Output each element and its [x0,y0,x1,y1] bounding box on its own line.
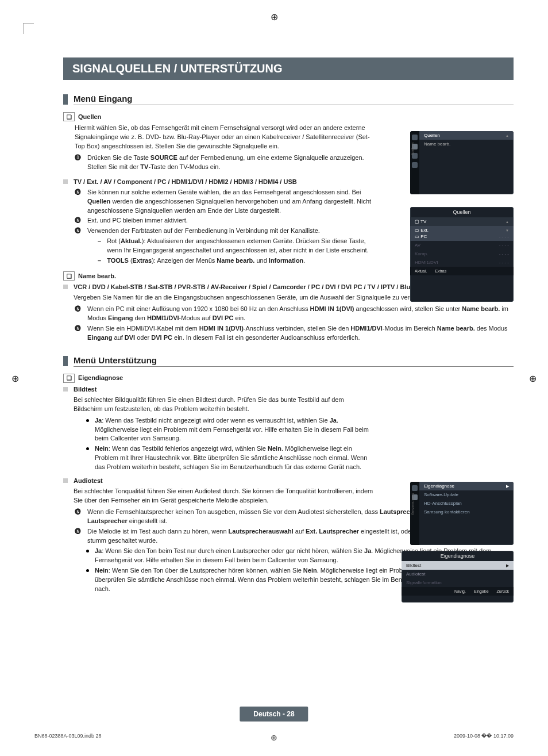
note-row: 🅝 Wenn Sie ein HDMI/DVI-Kabel mit dem HD… [75,324,514,343]
label: Bildtest [74,385,97,394]
osd-footer-btn: Aktual. [415,269,427,273]
note-text: Ext. und PC bleiben immer aktiviert. [87,216,188,225]
osd-item: ▢ TV [410,217,514,226]
square-bullet-icon [63,387,68,392]
osd-footer-btn: Eingabe [474,589,489,593]
osd-item: Komp.- - - - [410,250,514,258]
osd-item: HDMI1/DVI- - - - [410,258,514,267]
option-row: Nein: Wenn das Testbild fehlerlos angeze… [86,444,373,472]
paragraph: Hiermit wählen Sie, ob das Fernsehgerät … [75,124,373,151]
note-row: 🅝 Verwenden der Farbtasten auf der Fernb… [75,227,373,236]
osd-item: Bildtest▶ [402,561,514,570]
sub-text: TOOLS (Extras): Anzeigen der Menüs Name … [107,256,305,266]
square-bullet-icon [63,478,68,483]
section-heading: Menü Eingang [63,94,514,105]
option-text: Nein: Wenn das Testbild fehlerlos angeze… [95,444,373,472]
note-text: Wenn ein PC mit einer Auflösung von 1920… [87,305,514,323]
osd-item: Name bearb. [419,140,514,148]
subhead-label: TV / Ext. / AV / Component / PC / HDMI1/… [74,178,297,187]
dot-icon [86,419,89,422]
osd-list: Unterstützung Eigendiagnose▶ Software-Up… [419,482,514,516]
registration-mark-left: ⊕ [11,373,19,383]
osd-item: Quellen [419,131,514,140]
print-timestamp: 2009-10-08 �� 10:17:09 [454,733,514,739]
dot-icon [86,550,89,552]
osd-item: Audiotest [402,570,514,578]
q-icon: ❏ [63,374,75,383]
note-icon: 🅝 [75,508,83,526]
doc-filename: BN68-02388A-03L09.indb 28 [34,733,102,739]
note-row: 🅞 Drücken Sie die Taste SOURCE auf der F… [75,153,373,172]
registration-mark-top: ⊕ [271,11,278,22]
subhead-tvext: TV / Ext. / AV / Component / PC / HDMI1/… [63,178,373,187]
osd-footer: Aktual. Extras [410,267,514,275]
note-row: 🅝 Wenn ein PC mit einer Auflösung von 19… [75,305,514,323]
osd-title: Quellen [410,207,514,217]
subhead-label: Quellen [78,113,101,120]
subhead-eigendiagnose: ❏ Eigendiagnose [63,374,514,383]
print-footer: BN68-02388A-03L09.indb 28 ⊕ 2009-10-08 �… [34,733,514,739]
section-title: Menü Unterstützung [74,355,514,367]
osd-footer-btn: Navig. [454,589,466,593]
section-title: Menü Eingang [74,94,514,105]
note-text: Drücken Sie die Taste SOURCE auf der Fer… [87,153,373,172]
note-row: 🅝 Ext. und PC bleiben immer aktiviert. [75,216,373,225]
osd-side-label: Unterstützung [411,493,415,515]
osd-footer: Navig. Eingabe Zurück [402,587,514,596]
note-text: Verwenden der Farbtasten auf der Fernbed… [87,227,320,236]
sub-note: – TOOLS (Extras): Anzeigen der Menüs Nam… [98,256,373,266]
osd-item: Signalinformation [402,578,514,587]
registration-mark-bottom: ⊕ [271,733,277,742]
media-icon [412,162,418,168]
note-icon: 🅝 [75,216,83,225]
osd-eigendiagnose-list: Eigendiagnose Bildtest▶ Audiotest Signal… [402,551,514,603]
osd-item: Samsung kontaktieren [419,508,514,516]
note-row: 🅝 Sie können nur solche externen Geräte … [75,188,373,216]
square-bullet-icon [63,285,68,289]
paragraph: Bei schlechter Tonqualität führen Sie ei… [74,487,384,505]
section-bar-icon [63,356,68,366]
osd-unterstützung-menu: Unterstützung Eigendiagnose▶ Software-Up… [410,482,514,545]
osd-footer-btn: Zurück [497,589,509,593]
osd-item: Eigendiagnose▶ [419,482,514,490]
subhead-label: Name bearb. [78,273,116,279]
crop-mark [23,23,34,34]
dash-icon: – [98,256,101,266]
osd-side-label: Eingang [411,143,415,155]
note-icon: 🅝 [75,305,83,323]
dash-icon: – [98,237,101,255]
dot-icon [86,569,89,572]
sub-note: – Rot (Aktual.): Aktualisieren der anges… [98,237,373,255]
note-icon: 🅝 [75,227,83,236]
note-icon: 🅝 [75,527,83,546]
osd-item: Software-Update [419,490,514,499]
registration-mark-right: ⊕ [529,373,537,383]
section-bar-icon [63,94,68,105]
section-heading: Menü Unterstützung [63,355,514,367]
osd-item: ▭ Ext. ▭ PC- - - - [410,226,514,241]
osd-item: HD-Anschlussplan [419,499,514,508]
remote-icon: 🅞 [75,153,83,172]
osd-list: Eingang Quellen Name bearb. [419,131,514,148]
q-icon: ❏ [63,112,75,121]
q-icon: ❏ [63,271,75,281]
page: ⊕ ⊕ ⊕ SIGNALQUELLEN / UNTERSTÜTZUNG Menü… [0,0,548,756]
card-icon [412,485,418,491]
option-row: Ja: Wenn das Testbild nicht angezeigt wi… [86,416,373,444]
note-text: Wenn Sie ein HDMI/DVI-Kabel mit dem HDMI… [87,324,514,343]
label: Audiotest [74,477,103,486]
note-icon: 🅝 [75,188,83,216]
sub-text: Rot (Aktual.): Aktualisieren der angesch… [107,237,373,255]
page-footer: Deutsch - 28 [240,707,308,722]
osd-quellen-list: Quellen ▢ TV ▭ Ext. ▭ PC- - - - AV- - - … [410,207,514,302]
subhead-bildtest: Bildtest [63,385,373,394]
gear-icon [412,135,418,140]
option-text: Ja: Wenn das Testbild nicht angezeigt wi… [95,416,373,444]
osd-item: AV- - - - [410,241,514,250]
osd-footer-btn: Extras [435,269,446,273]
osd-eingang-menu: Eingang Quellen Name bearb. [410,131,514,194]
paragraph: Bei schlechter Bildqualität führen Sie e… [74,396,373,414]
square-bullet-icon [63,179,68,184]
subhead-quellen: ❏ Quellen [63,112,373,121]
note-text: Sie können nur solche externen Geräte wä… [87,188,373,216]
